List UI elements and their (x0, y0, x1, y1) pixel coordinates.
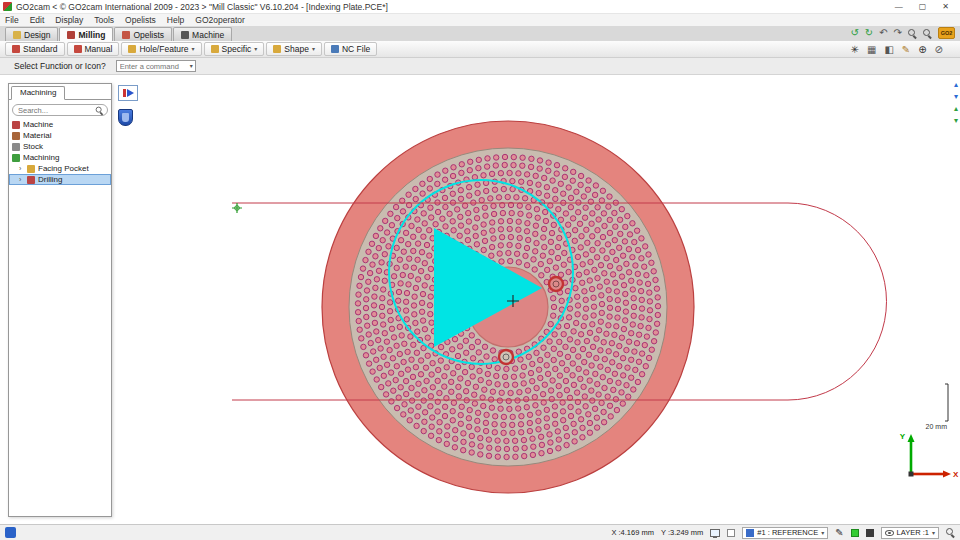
tree-item-material[interactable]: Material (9, 130, 111, 141)
expander-icon[interactable]: › (19, 176, 24, 183)
panel-tab-machining[interactable]: Machining (11, 86, 65, 100)
manual-label: Manual (85, 44, 113, 54)
tree-label: Facing Pocket (38, 164, 89, 173)
forbid-icon[interactable]: ⊘ (935, 45, 943, 55)
close-button[interactable]: ✕ (942, 2, 949, 11)
fill-icon[interactable]: ◧ (884, 45, 893, 55)
zoom-in-icon[interactable]: ⊕ (918, 45, 926, 55)
chevron-down-icon: ▾ (254, 46, 257, 52)
chevron-down-icon: ▾ (821, 530, 824, 536)
machining-node-icon (12, 154, 20, 162)
tab-milling[interactable]: Milling (59, 27, 113, 41)
nav-prev-icon[interactable]: ▴ (954, 105, 958, 113)
chevron-down-icon: ▾ (312, 46, 315, 52)
chevron-down-icon[interactable]: ▾ (190, 63, 193, 69)
grid-checkbox[interactable] (727, 529, 735, 537)
selection-web-icon[interactable]: ✳ (851, 45, 859, 55)
tree-label: Machining (23, 153, 59, 162)
nav-up-icon[interactable]: ▴ (954, 81, 958, 89)
milling-icon (67, 31, 75, 39)
reference-label: #1 : REFERENCE (757, 528, 818, 537)
menu-file[interactable]: File (5, 15, 19, 25)
svg-text:20 mm: 20 mm (926, 423, 948, 430)
menu-tools[interactable]: Tools (94, 15, 114, 25)
svg-text:X: X (953, 470, 959, 479)
menu-opelists[interactable]: Opelists (125, 15, 156, 25)
menu-help[interactable]: Help (167, 15, 184, 25)
manual-icon (74, 45, 82, 53)
reference-select[interactable]: #1 : REFERENCE ▾ (742, 527, 828, 539)
menu-edit[interactable]: Edit (30, 15, 45, 25)
undo-icon[interactable]: ↶ (879, 28, 887, 38)
tab-opelists[interactable]: Opelists (114, 27, 172, 41)
view-toolbar: ↺ ↻ ↶ ↷ GO2 (850, 27, 955, 39)
statusbar: X :4.169 mm Y :3.249 mm #1 : REFERENCE ▾… (0, 524, 960, 540)
x-coordinate: X :4.169 mm (611, 528, 654, 537)
shape-label: Shape (284, 44, 309, 54)
command-input[interactable] (116, 60, 196, 72)
layer-select[interactable]: LAYER :1 ▾ (881, 527, 939, 539)
titlebar: GO2cam < © GO2cam International 2009 - 2… (0, 0, 960, 14)
monitor-icon[interactable] (710, 529, 720, 537)
tree-label: Drilling (38, 175, 62, 184)
layer-label: LAYER :1 (897, 528, 929, 537)
command-bar: Select Function or Icon? ▾ (0, 58, 960, 75)
minimize-button[interactable]: — (895, 2, 903, 11)
tree-item-machine[interactable]: Machine (9, 119, 111, 130)
specific-button[interactable]: Specific ▾ (204, 42, 265, 56)
hole-feature-button[interactable]: Hole/Feature ▾ (121, 42, 201, 56)
go2-badge[interactable]: GO2 (938, 27, 955, 39)
hole-feature-icon (128, 45, 136, 53)
tree-item-stock[interactable]: Stock (9, 141, 111, 152)
edge-nav: ▴ ▾ ▴ ▾ (954, 81, 958, 125)
pen-icon[interactable]: ✎ (835, 528, 843, 538)
window-controls: — ▢ ✕ (895, 2, 957, 11)
status-app-icon[interactable] (5, 527, 16, 538)
zoom-previous-icon[interactable] (908, 29, 917, 38)
standard-button[interactable]: Standard (5, 42, 65, 56)
search-input[interactable] (12, 104, 108, 116)
shield-button[interactable] (118, 109, 133, 126)
search-wrap (12, 104, 108, 116)
maximize-button[interactable]: ▢ (919, 2, 927, 11)
manual-button[interactable]: Manual (67, 42, 120, 56)
expander-icon[interactable]: › (19, 165, 24, 172)
hole-feature-label: Hole/Feature (139, 44, 188, 54)
status-zoom-icon[interactable] (946, 528, 955, 537)
simulation-play-button[interactable] (118, 85, 138, 101)
command-prompt: Select Function or Icon? (14, 61, 106, 71)
active-color-swatch[interactable] (851, 529, 859, 537)
zoom-window-icon[interactable] (923, 29, 932, 38)
y-coordinate: Y :3.249 mm (661, 528, 703, 537)
ribbon-tabs: Design Milling Opelists Machine (0, 26, 960, 41)
opelists-icon (122, 31, 130, 39)
redo-icon[interactable]: ↷ (894, 28, 902, 38)
tab-machine[interactable]: Machine (173, 27, 232, 41)
menu-go2operator[interactable]: GO2operator (195, 15, 245, 25)
design-icon (13, 31, 21, 39)
rotate-cw-icon[interactable]: ↻ (865, 28, 873, 38)
tree-item-machining[interactable]: Machining (9, 152, 111, 163)
pencil-icon[interactable]: ✎ (902, 45, 910, 55)
tab-design[interactable]: Design (5, 27, 58, 41)
nav-down-icon[interactable]: ▾ (954, 93, 958, 101)
tree-item-facing-pocket[interactable]: › Facing Pocket (9, 163, 111, 174)
shape-button[interactable]: Shape ▾ (266, 42, 322, 56)
drawing-canvas[interactable]: YX20 mm (0, 75, 960, 524)
machine-icon (181, 31, 189, 39)
nc-file-button[interactable]: NC File (324, 42, 377, 56)
app-icon (3, 2, 12, 11)
menu-display[interactable]: Display (55, 15, 83, 25)
stop-bar-icon (123, 89, 126, 97)
tree-item-drilling[interactable]: › Drilling (9, 174, 111, 185)
milling-toolbar: Standard Manual Hole/Feature ▾ Specific … (0, 41, 960, 58)
tab-opelists-label: Opelists (133, 30, 164, 40)
eraser-icon[interactable]: ▦ (867, 45, 876, 55)
nav-next-icon[interactable]: ▾ (954, 117, 958, 125)
standard-icon (12, 45, 20, 53)
rotate-ccw-icon[interactable]: ↺ (850, 28, 858, 38)
secondary-color-swatch[interactable] (866, 529, 874, 537)
shape-icon (273, 45, 281, 53)
machine-node-icon (12, 121, 20, 129)
material-node-icon (12, 132, 20, 140)
